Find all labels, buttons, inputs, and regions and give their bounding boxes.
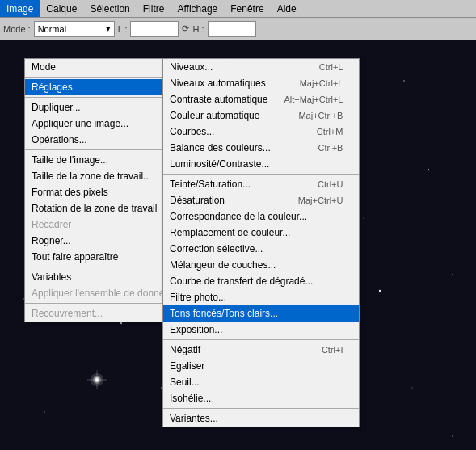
reglages-submenu: Niveaux... Ctrl+L Niveaux automatiques M… [162, 58, 360, 427]
submenu-filtre-photo[interactable]: Filtre photo... [163, 289, 359, 305]
menubar-item-aide[interactable]: Aide [271, 0, 303, 17]
submenu-luminosite[interactable]: Luminosité/Contraste... [163, 156, 359, 172]
submenu-couleur-auto[interactable]: Couleur automatique Maj+Ctrl+B [163, 107, 359, 124]
submenu-seuil[interactable]: Seuil... [163, 374, 359, 390]
menubar-item-fenetre[interactable]: Fenêtre [224, 0, 270, 17]
submenu-teinte[interactable]: Teinte/Saturation... Ctrl+U [163, 176, 359, 192]
submenu-melangeur[interactable]: Mélangeur de couches... [163, 257, 359, 273]
submenu-remplacement[interactable]: Remplacement de couleur... [163, 225, 359, 241]
sub-separator-3 [163, 408, 359, 409]
mode-dropdown[interactable]: Normal ▾ [34, 21, 115, 37]
submenu-niveaux-auto[interactable]: Niveaux automatiques Maj+Ctrl+L [163, 75, 359, 91]
svg-point-26 [379, 290, 381, 292]
sub-separator-2 [163, 339, 359, 340]
submenu-isohelie[interactable]: Isohélie... [163, 390, 359, 406]
h-label: H : [192, 24, 204, 34]
submenu-correction[interactable]: Correction sélective... [163, 241, 359, 257]
refresh-icon: ⟳ [182, 23, 189, 34]
submenu-courbe-transfert[interactable]: Courbe de transfert de dégradé... [163, 273, 359, 289]
menubar-item-image[interactable]: Image [0, 0, 40, 17]
h-input[interactable] [208, 21, 256, 37]
svg-point-31 [452, 435, 453, 437]
menubar-item-calque[interactable]: Calque [40, 0, 83, 17]
submenu-variantes[interactable]: Variantes... [163, 410, 359, 427]
submenu-tons-fonces[interactable]: Tons foncés/Tons clairs... [163, 305, 359, 322]
menubar: Image Calque Sélection Filtre Affichage … [0, 0, 476, 18]
submenu-contraste-auto[interactable]: Contraste automatique Alt+Maj+Ctrl+L [163, 91, 359, 107]
submenu-desaturation[interactable]: Désaturation Maj+Ctrl+U [163, 192, 359, 208]
svg-point-30 [411, 387, 412, 388]
toolbar: Mode : Normal ▾ L : ⟳ H : [0, 18, 476, 40]
svg-point-6 [403, 80, 405, 82]
sub-separator-1 [163, 174, 359, 175]
submenu-niveaux[interactable]: Niveaux... Ctrl+L [163, 59, 359, 75]
submenu-egaliser[interactable]: Egaliser [163, 358, 359, 374]
svg-point-10 [363, 217, 364, 218]
submenu-negatif[interactable]: Négatif Ctrl+I [163, 342, 359, 358]
menubar-item-filtre[interactable]: Filtre [137, 0, 171, 17]
svg-point-13 [120, 322, 122, 324]
submenu-courbes[interactable]: Courbes... Ctrl+M [163, 124, 359, 140]
svg-point-27 [44, 411, 44, 412]
submenu-balance-couleurs[interactable]: Balance des couleurs... Ctrl+B [163, 140, 359, 156]
svg-point-16 [452, 274, 453, 275]
svg-point-11 [428, 169, 429, 170]
submenu-exposition[interactable]: Exposition... [163, 322, 359, 338]
mode-label: Mode : [3, 24, 31, 34]
submenu-correspondance[interactable]: Correspondance de la couleur... [163, 208, 359, 225]
l-label: L : [118, 24, 128, 34]
menubar-item-affichage[interactable]: Affichage [171, 0, 224, 17]
dropdown-arrow-icon: ▾ [106, 23, 111, 34]
menubar-item-selection[interactable]: Sélection [83, 0, 136, 17]
main-content: Mode ▶ Réglages ▶ Dupliquer... Appliquer… [0, 40, 476, 450]
l-input[interactable] [130, 21, 179, 37]
